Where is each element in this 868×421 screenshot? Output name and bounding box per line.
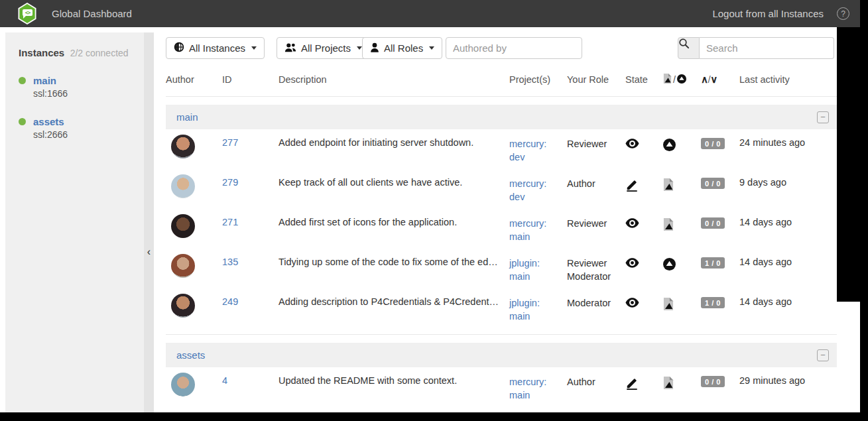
review-id-link[interactable]: 271 [222, 217, 238, 227]
authored-by-input[interactable] [446, 37, 582, 59]
review-row[interactable]: 277 Added endpoint for initiating server… [166, 129, 837, 169]
avatar[interactable] [171, 254, 195, 278]
deploy-icon [663, 262, 676, 272]
all-instances-dropdown[interactable]: All Instances [166, 37, 265, 59]
app-frame: Instances 2/2 connected main ssl:1666 as… [0, 27, 837, 412]
project-branch-link[interactable]: dev [509, 190, 567, 204]
col-tests-deploy: / [663, 74, 701, 86]
status-dot-icon [19, 77, 26, 84]
group-name-link[interactable]: main [176, 111, 198, 123]
votes-badge: 1 / 0 [701, 257, 725, 269]
logout-all-link[interactable]: Logout from all Instances [712, 8, 824, 19]
instance-address: ssl:1666 [33, 88, 144, 99]
project-branch-link[interactable]: main [509, 310, 567, 323]
section-divider [166, 334, 837, 335]
instance-link[interactable]: assets [33, 116, 144, 127]
group-header-main: main − [166, 105, 837, 129]
status-cell [663, 296, 701, 328]
votes-badge: 0 / 0 [701, 376, 725, 387]
review-row[interactable]: 279 Keep track of all out clients we hav… [166, 169, 837, 209]
instance-address: ssl:2666 [33, 129, 144, 140]
chevron-left-icon[interactable]: ‹ [144, 245, 154, 259]
last-activity: 14 days ago [739, 257, 837, 288]
instance-link[interactable]: main [33, 75, 144, 86]
avatar[interactable] [171, 174, 195, 198]
section-divider [166, 96, 837, 97]
window-edge [837, 302, 860, 412]
state-cell [625, 177, 663, 209]
tests-icon [663, 302, 674, 312]
all-roles-label: All Roles [384, 42, 423, 54]
avatar[interactable] [171, 373, 195, 396]
review-id-link[interactable]: 249 [222, 296, 238, 307]
all-instances-label: All Instances [189, 42, 245, 54]
status-cell [663, 375, 701, 407]
role-label: Author [567, 177, 625, 190]
project-branch-link[interactable]: main [509, 270, 567, 283]
page-title: Global Dashboard [52, 8, 132, 19]
up-vote-icon: ∧ [701, 74, 708, 85]
avatar[interactable] [171, 294, 195, 318]
status-dot-icon [19, 118, 26, 125]
deploy-icon [677, 74, 686, 86]
review-id-link[interactable]: 135 [222, 257, 238, 267]
top-bar: <> Global Dashboard Logout from all Inst… [0, 0, 860, 27]
review-row[interactable]: 249 Adding description to P4Credentials … [166, 288, 837, 328]
role-label: Reviewer [567, 257, 625, 270]
avatar[interactable] [171, 135, 195, 158]
review-id-link[interactable]: 279 [222, 177, 238, 188]
eye-icon [625, 219, 639, 230]
review-id-link[interactable]: 4 [222, 375, 227, 386]
project-branch-link[interactable]: main [509, 389, 567, 402]
project-link[interactable]: mercury: [509, 375, 567, 389]
review-description: Keep track of all out clients we have ac… [279, 177, 509, 209]
tests-icon [663, 74, 672, 86]
chevron-down-icon [429, 46, 434, 50]
collapse-group-button[interactable]: − [817, 349, 829, 361]
review-row[interactable]: 271 Added first set of icons for the app… [166, 209, 837, 249]
status-cell [663, 217, 701, 249]
sidebar-item-assets[interactable]: assets ssl:2666 [19, 116, 144, 140]
sidebar-collapse-strip[interactable]: ‹ [144, 32, 154, 412]
col-state: State [625, 74, 663, 85]
review-row[interactable]: 4 Updated the README with some context. … [166, 367, 837, 407]
group-icon [284, 42, 296, 54]
state-cell [625, 137, 663, 169]
project-link[interactable]: mercury: [509, 137, 567, 150]
chevron-down-icon [357, 46, 362, 50]
dashboard-main: All Instances All Projects All Roles [166, 27, 837, 412]
project-branch-link[interactable]: main [509, 230, 567, 243]
role-label: Reviewer [567, 217, 625, 230]
project-link[interactable]: jplugin: [509, 257, 567, 270]
group-name-link[interactable]: assets [176, 349, 205, 361]
status-cell [663, 257, 701, 288]
all-projects-label: All Projects [301, 42, 351, 54]
review-description: Adding description to P4Credentials & P4… [279, 296, 509, 328]
search-input[interactable] [700, 37, 834, 59]
search-icon[interactable] [678, 37, 700, 59]
review-description: Updated the README with some context. [279, 375, 509, 407]
col-role: Your Role [567, 74, 625, 85]
last-activity: 9 days ago [739, 177, 837, 209]
tests-icon [663, 381, 674, 391]
all-roles-dropdown[interactable]: All Roles [362, 37, 442, 59]
help-icon[interactable]: ? [837, 7, 849, 20]
tests-icon [663, 222, 674, 233]
col-description: Description [279, 74, 509, 85]
state-cell [625, 257, 663, 288]
role-label: Reviewer [567, 137, 625, 150]
col-projects: Project(s) [509, 74, 567, 85]
project-link[interactable]: mercury: [509, 217, 567, 230]
pencil-icon [625, 183, 639, 194]
globe-icon [174, 42, 184, 54]
all-projects-dropdown[interactable]: All Projects [277, 37, 370, 59]
project-link[interactable]: jplugin: [509, 296, 567, 310]
project-branch-link[interactable]: dev [509, 150, 567, 164]
review-description: Added first set of icons for the applica… [279, 217, 509, 249]
collapse-group-button[interactable]: − [817, 111, 829, 123]
avatar[interactable] [171, 214, 195, 238]
review-row[interactable]: 135 Tidying up some of the code to fix s… [166, 249, 837, 288]
project-link[interactable]: mercury: [509, 177, 567, 190]
sidebar-item-main[interactable]: main ssl:1666 [19, 75, 144, 99]
review-id-link[interactable]: 277 [222, 137, 238, 148]
